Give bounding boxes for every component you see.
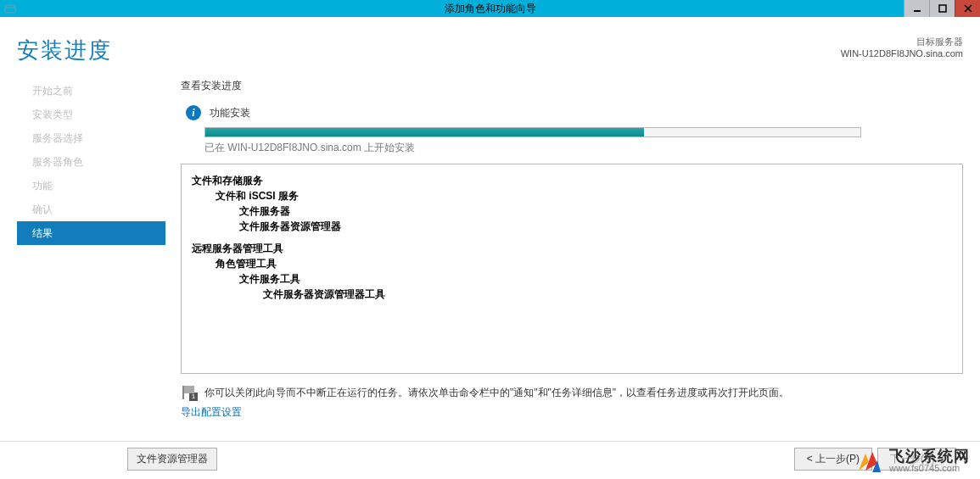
feature-item: 文件服务工具 [192, 271, 952, 287]
page-title: 安装进度 [17, 36, 112, 65]
file-explorer-button[interactable]: 文件资源管理器 [127, 448, 217, 471]
header: 安装进度 目标服务器 WIN-U12D8FI8JNO.sina.com [0, 17, 980, 72]
app-icon [3, 2, 17, 15]
flag-badge: 1 [189, 393, 198, 401]
sidebar-item-type: 安装类型 [17, 103, 165, 126]
feature-item: 远程服务器管理工具 [192, 241, 952, 256]
svg-rect-3 [939, 5, 946, 12]
window-controls [904, 0, 980, 17]
export-config-link[interactable]: 导出配置设置 [181, 405, 963, 420]
feature-item: 文件服务器 [192, 203, 952, 219]
sidebar-item-results[interactable]: 结果 [17, 221, 165, 245]
target-server-value: WIN-U12D8FI8JNO.sina.com [841, 48, 963, 58]
sidebar-item-features: 功能 [17, 174, 165, 198]
feature-item: 文件和 iSCSI 服务 [192, 188, 952, 203]
info-icon: i [186, 105, 201, 120]
close-button[interactable] [955, 0, 980, 17]
install-label: 功能安装 [210, 106, 250, 120]
wizard-sidebar: 开始之前 安装类型 服务器选择 服务器角色 功能 确认 结果 [17, 72, 165, 420]
sidebar-item-server-role: 服务器角色 [17, 150, 165, 174]
flag-icon: 1 [181, 386, 196, 399]
next-button: 下一步(N) > [877, 448, 956, 471]
sidebar-item-before: 开始之前 [17, 79, 165, 103]
prev-button[interactable]: < 上一步(P) [794, 448, 872, 471]
main-content: 查看安装进度 i 功能安装 已在 WIN-U12D8FI8JNO.sina.co… [165, 72, 980, 420]
maximize-button[interactable] [929, 0, 955, 17]
feature-item: 角色管理工具 [192, 256, 952, 271]
section-label: 查看安装进度 [181, 79, 963, 93]
minimize-button[interactable] [904, 0, 929, 17]
feature-item: 文件服务器资源管理器 [192, 219, 952, 234]
progress-bar [204, 127, 861, 137]
wizard-buttons: < 上一步(P) 下一步(N) > ▾ [794, 448, 968, 471]
target-server-label: 目标服务器 [841, 36, 963, 48]
svg-rect-0 [5, 5, 15, 13]
target-server-block: 目标服务器 WIN-U12D8FI8JNO.sina.com [841, 36, 963, 58]
feature-item: 文件和存储服务 [192, 173, 952, 188]
note-text: 你可以关闭此向导而不中断正在运行的任务。请依次单击命令栏中的"通知"和"任务详细… [204, 386, 789, 400]
footer: 文件资源管理器 < 上一步(P) 下一步(N) > ▾ [0, 448, 980, 471]
feature-item: 文件服务器资源管理器工具 [192, 287, 952, 302]
sidebar-item-confirm: 确认 [17, 198, 165, 221]
sidebar-item-server-select: 服务器选择 [17, 126, 165, 150]
window-title: 添加角色和功能向导 [445, 2, 536, 16]
progress-fill [205, 128, 644, 136]
footer-divider [0, 441, 980, 442]
progress-text: 已在 WIN-U12D8FI8JNO.sina.com 上开始安装 [204, 141, 963, 155]
titlebar: 添加角色和功能向导 [0, 0, 980, 17]
dropdown-icon: ▾ [961, 454, 968, 465]
feature-list: 文件和存储服务 文件和 iSCSI 服务 文件服务器 文件服务器资源管理器 远程… [181, 164, 963, 374]
